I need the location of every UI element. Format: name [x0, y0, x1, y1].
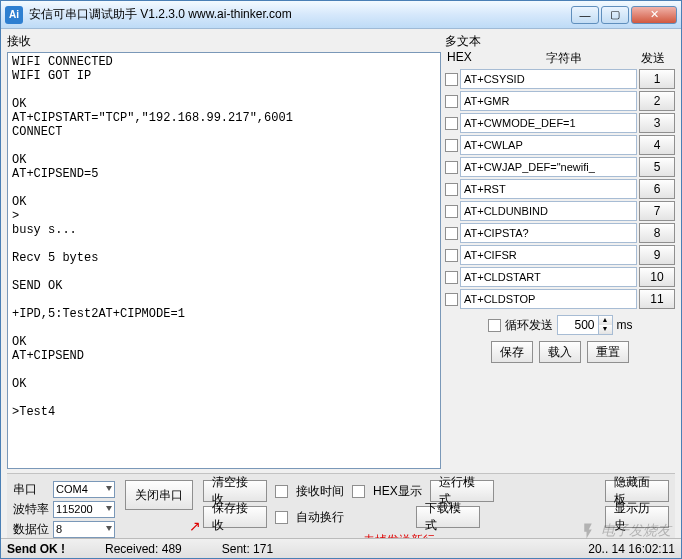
port-label: 串口 [13, 481, 49, 498]
cmd-input[interactable] [460, 289, 637, 309]
col-string: 字符串 [495, 50, 633, 67]
cmd-row: 6 [445, 179, 675, 199]
save-button[interactable]: 保存 [491, 341, 533, 363]
reset-button[interactable]: 重置 [587, 341, 629, 363]
cmd-send-button[interactable]: 10 [639, 267, 675, 287]
cmd-hex-checkbox[interactable] [445, 161, 458, 174]
recv-textarea[interactable]: WIFI CONNECTED WIFI GOT IP OK AT+CIPSTAR… [7, 52, 441, 469]
cmd-send-button[interactable]: 6 [639, 179, 675, 199]
cmd-row: 8 [445, 223, 675, 243]
cmd-hex-checkbox[interactable] [445, 117, 458, 130]
cmd-hex-checkbox[interactable] [445, 249, 458, 262]
cmd-send-button[interactable]: 3 [639, 113, 675, 133]
cmd-send-button[interactable]: 1 [639, 69, 675, 89]
app-icon: Ai [5, 6, 23, 24]
cmd-input[interactable] [460, 91, 637, 111]
cmd-send-button[interactable]: 2 [639, 91, 675, 111]
databits-value: 8 [56, 523, 62, 535]
status-time: 20.. 14 16:02:11 [588, 542, 675, 556]
clear-recv-button[interactable]: 清空接收 [203, 480, 267, 502]
cmd-row: 3 [445, 113, 675, 133]
cmd-row: 2 [445, 91, 675, 111]
cmd-hex-checkbox[interactable] [445, 183, 458, 196]
cmd-row: 4 [445, 135, 675, 155]
cmd-row: 7 [445, 201, 675, 221]
cmd-row: 11 [445, 289, 675, 309]
cmd-input[interactable] [460, 157, 637, 177]
cmd-input[interactable] [460, 245, 637, 265]
close-port-button[interactable]: 关闭串口 [125, 480, 193, 510]
cmd-send-button[interactable]: 9 [639, 245, 675, 265]
recv-time-checkbox[interactable] [275, 485, 288, 498]
multi-text-label: 多文本 [445, 33, 675, 50]
load-button[interactable]: 载入 [539, 341, 581, 363]
cmd-hex-checkbox[interactable] [445, 227, 458, 240]
status-bar: Send OK ! Received: 489 Sent: 171 20.. 1… [1, 538, 681, 558]
baud-value: 115200 [56, 503, 93, 515]
loop-unit: ms [617, 318, 633, 332]
cmd-input[interactable] [460, 223, 637, 243]
loop-send-label: 循环发送 [505, 317, 553, 334]
download-mode-button[interactable]: 下载模式 [416, 506, 480, 528]
cmd-hex-checkbox[interactable] [445, 73, 458, 86]
cmd-send-button[interactable]: 7 [639, 201, 675, 221]
col-hex: HEX [447, 50, 495, 67]
cmd-send-button[interactable]: 8 [639, 223, 675, 243]
spin-down[interactable]: ▼ [598, 325, 612, 334]
cmd-hex-checkbox[interactable] [445, 293, 458, 306]
cmd-hex-checkbox[interactable] [445, 95, 458, 108]
recv-time-label: 接收时间 [296, 483, 344, 500]
databits-label: 数据位 [13, 521, 49, 538]
spin-up[interactable]: ▲ [598, 316, 612, 325]
loop-send-checkbox[interactable] [488, 319, 501, 332]
cmd-hex-checkbox[interactable] [445, 139, 458, 152]
close-button[interactable]: ✕ [631, 6, 677, 24]
cmd-row: 10 [445, 267, 675, 287]
hex-display-checkbox[interactable] [352, 485, 365, 498]
cmd-hex-checkbox[interactable] [445, 271, 458, 284]
loop-interval-input[interactable]: ▲▼ [557, 315, 613, 335]
cmd-input[interactable] [460, 69, 637, 89]
cmd-send-button[interactable]: 4 [639, 135, 675, 155]
cmd-input[interactable] [460, 267, 637, 287]
status-send-ok: Send OK ! [7, 542, 65, 556]
run-mode-button[interactable]: 运行模式 [430, 480, 494, 502]
auto-wrap-checkbox[interactable] [275, 511, 288, 524]
col-send: 发送 [633, 50, 673, 67]
hex-display-label: HEX显示 [373, 483, 422, 500]
cmd-row: 1 [445, 69, 675, 89]
cmd-input[interactable] [460, 201, 637, 221]
cmd-row: 5 [445, 157, 675, 177]
minimize-button[interactable]: — [571, 6, 599, 24]
show-history-button[interactable]: 显示历史 [605, 506, 669, 528]
hide-panel-button[interactable]: 隐藏面板 [605, 480, 669, 502]
recv-text: WIFI CONNECTED WIFI GOT IP OK AT+CIPSTAR… [12, 55, 293, 419]
cmd-input[interactable] [460, 135, 637, 155]
port-value: COM4 [56, 483, 88, 495]
status-sent: Sent: 171 [222, 542, 273, 556]
cmd-input[interactable] [460, 113, 637, 133]
cmd-hex-checkbox[interactable] [445, 205, 458, 218]
window-title: 安信可串口调试助手 V1.2.3.0 www.ai-thinker.com [29, 6, 569, 23]
status-received: Received: 489 [105, 542, 182, 556]
baud-label: 波特率 [13, 501, 49, 518]
titlebar: Ai 安信可串口调试助手 V1.2.3.0 www.ai-thinker.com… [1, 1, 681, 29]
recv-label: 接收 [7, 33, 441, 50]
cmd-row: 9 [445, 245, 675, 265]
auto-wrap-label: 自动换行 [296, 509, 344, 526]
databits-combo[interactable]: 8 [53, 521, 115, 538]
maximize-button[interactable]: ▢ [601, 6, 629, 24]
baud-combo[interactable]: 115200 [53, 501, 115, 518]
port-combo[interactable]: COM4 [53, 481, 115, 498]
cmd-send-button[interactable]: 5 [639, 157, 675, 177]
loop-interval-value[interactable] [558, 318, 598, 332]
cmd-input[interactable] [460, 179, 637, 199]
save-recv-button[interactable]: 保存接收 [203, 506, 267, 528]
cmd-send-button[interactable]: 11 [639, 289, 675, 309]
